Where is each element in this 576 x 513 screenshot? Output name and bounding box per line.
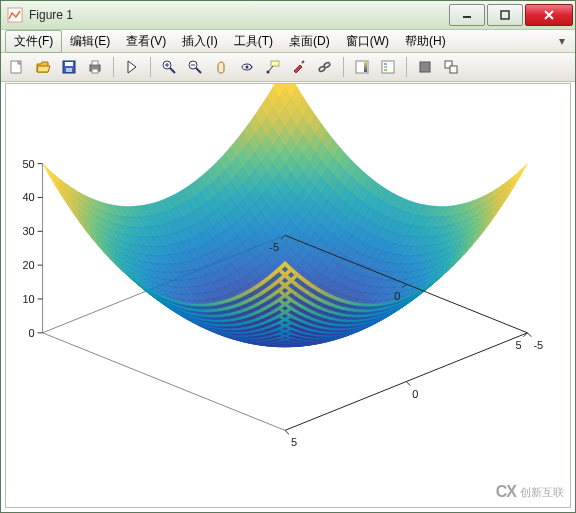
figure-window: Figure 1 文件(F) 编辑(E) 查看(V) 插入(I) 工具(T) 桌… [0, 0, 576, 513]
zoom-out-button[interactable] [183, 55, 207, 79]
save-button[interactable] [57, 55, 81, 79]
menu-insert[interactable]: 插入(I) [174, 31, 225, 52]
pan-button[interactable] [209, 55, 233, 79]
window-title: Figure 1 [29, 8, 447, 22]
close-button[interactable] [525, 4, 573, 26]
print-button[interactable] [83, 55, 107, 79]
menu-overflow-icon[interactable]: ▾ [553, 34, 571, 48]
toolbar-separator [113, 57, 114, 77]
svg-rect-32 [420, 62, 430, 72]
axes-3d[interactable]: 01020304050-505-505 CX 创新互联 [5, 83, 571, 508]
menu-edit[interactable]: 编辑(E) [62, 31, 118, 52]
dock-button[interactable] [439, 55, 463, 79]
svg-text:0: 0 [412, 388, 418, 400]
svg-rect-11 [92, 69, 98, 73]
watermark: CX 创新互联 [496, 483, 564, 501]
zoom-in-button[interactable] [157, 55, 181, 79]
svg-text:10: 10 [22, 293, 34, 305]
svg-text:40: 40 [22, 191, 34, 203]
surface-plot: 01020304050-505-505 [6, 84, 570, 507]
toolbar-separator [343, 57, 344, 77]
watermark-text: 创新互联 [520, 485, 564, 500]
svg-text:20: 20 [22, 259, 34, 271]
svg-rect-21 [271, 61, 279, 66]
svg-text:50: 50 [22, 158, 34, 170]
toolbar [1, 53, 575, 82]
menubar: 文件(F) 编辑(E) 查看(V) 插入(I) 工具(T) 桌面(D) 窗口(W… [1, 30, 575, 53]
svg-text:5: 5 [291, 436, 297, 448]
svg-line-62 [285, 430, 289, 434]
menu-file[interactable]: 文件(F) [5, 30, 62, 53]
svg-point-22 [267, 71, 270, 74]
svg-rect-28 [382, 61, 394, 73]
svg-text:30: 30 [22, 225, 34, 237]
svg-line-13 [170, 68, 175, 73]
datatip-button[interactable] [261, 55, 285, 79]
titlebar[interactable]: Figure 1 [1, 1, 575, 30]
svg-line-23 [302, 61, 304, 63]
rotate-3d-button[interactable] [235, 55, 259, 79]
menu-tools[interactable]: 工具(T) [226, 31, 281, 52]
watermark-logo-icon: CX [496, 483, 516, 501]
svg-rect-2 [501, 11, 509, 19]
svg-rect-27 [364, 62, 367, 72]
legend-button[interactable] [376, 55, 400, 79]
app-icon [7, 7, 23, 23]
svg-text:-5: -5 [533, 339, 543, 351]
toolbar-separator [406, 57, 407, 77]
new-figure-button[interactable] [5, 55, 29, 79]
toolbar-separator [150, 57, 151, 77]
svg-line-17 [196, 68, 201, 73]
svg-rect-8 [66, 68, 72, 72]
menu-desktop[interactable]: 桌面(D) [281, 31, 338, 52]
colorbar-button[interactable] [350, 55, 374, 79]
hide-tools-button[interactable] [413, 55, 437, 79]
svg-line-35 [43, 333, 285, 431]
svg-text:0: 0 [29, 327, 35, 339]
svg-point-20 [246, 66, 249, 69]
menu-view[interactable]: 查看(V) [118, 31, 174, 52]
open-button[interactable] [31, 55, 55, 79]
link-button[interactable] [313, 55, 337, 79]
edit-plot-button[interactable] [120, 55, 144, 79]
svg-text:5: 5 [515, 339, 521, 351]
brush-button[interactable] [287, 55, 311, 79]
menu-window[interactable]: 窗口(W) [338, 31, 397, 52]
menu-help[interactable]: 帮助(H) [397, 31, 454, 52]
svg-rect-10 [92, 61, 98, 65]
svg-rect-34 [450, 66, 457, 73]
svg-line-58 [527, 333, 531, 337]
svg-text:0: 0 [394, 290, 400, 302]
maximize-button[interactable] [487, 4, 523, 26]
svg-rect-7 [65, 62, 73, 66]
minimize-button[interactable] [449, 4, 485, 26]
svg-point-25 [323, 62, 330, 68]
svg-line-60 [406, 382, 410, 386]
svg-text:-5: -5 [269, 241, 279, 253]
